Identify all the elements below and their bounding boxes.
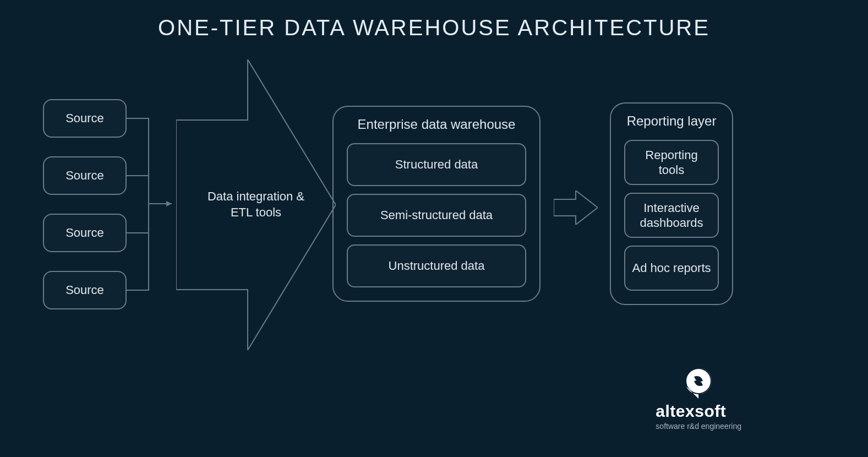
source-box: Source xyxy=(43,156,127,195)
warehouse-title: Enterprise data warehouse xyxy=(347,117,526,132)
warehouse-item: Structured data xyxy=(347,143,526,186)
warehouse-item: Semi-structured data xyxy=(347,194,526,237)
svg-marker-2 xyxy=(554,191,598,225)
warehouse-panel: Enterprise data warehouse Structured dat… xyxy=(332,106,541,302)
reporting-item: Interactive dashboards xyxy=(624,193,719,238)
flow-arrow-icon xyxy=(554,191,598,225)
reporting-item: Reporting tools xyxy=(624,140,719,185)
svg-marker-0 xyxy=(166,201,172,206)
etl-label: Data integration & ETL tools xyxy=(201,189,311,220)
source-box: Source xyxy=(43,99,127,138)
source-box: Source xyxy=(43,271,127,309)
reporting-title: Reporting layer xyxy=(624,113,719,129)
source-connectors xyxy=(127,99,178,309)
source-box: Source xyxy=(43,214,127,252)
etl-arrow: Data integration & ETL tools xyxy=(176,59,336,350)
brand-tagline: software r&d engineering xyxy=(656,422,741,431)
reporting-item: Ad hoc reports xyxy=(624,246,719,291)
warehouse-item: Unstructured data xyxy=(347,244,526,287)
diagram-title: ONE-TIER DATA WAREHOUSE ARCHITECTURE xyxy=(0,15,868,40)
brand-mark-icon xyxy=(682,366,715,399)
brand-logo: altexsoft software r&d engineering xyxy=(656,366,741,431)
brand-name: altexsoft xyxy=(656,402,741,421)
reporting-panel: Reporting layer Reporting tools Interact… xyxy=(610,102,733,305)
